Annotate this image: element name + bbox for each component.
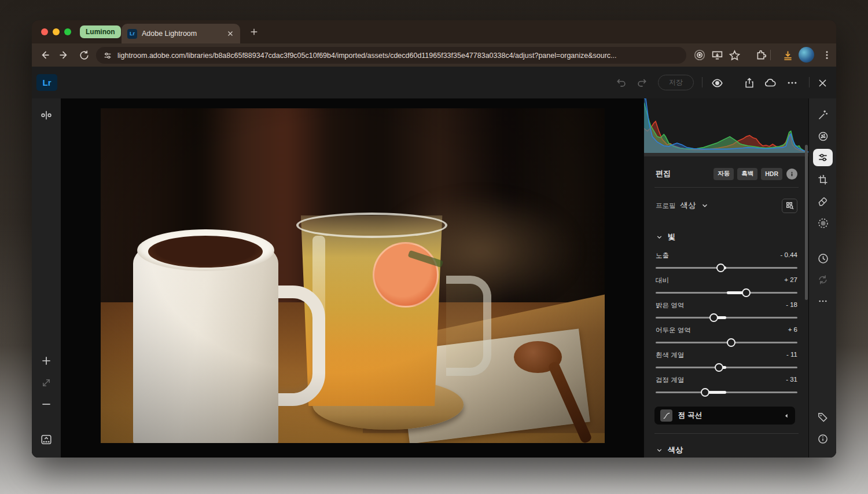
hdr-button[interactable]: HDR <box>761 168 782 180</box>
section-chevron-icon <box>656 447 663 454</box>
close-editor-icon[interactable] <box>814 75 830 91</box>
bookmark-star-icon[interactable] <box>725 46 744 64</box>
slider-track[interactable] <box>656 391 797 393</box>
slider-thumb[interactable] <box>716 264 725 272</box>
slider-thumb[interactable] <box>701 388 709 397</box>
slider-thumb[interactable] <box>709 313 718 322</box>
app-topbar: Lr 저장 <box>32 67 836 98</box>
share-icon[interactable] <box>741 75 757 91</box>
slider-track[interactable] <box>656 342 797 343</box>
slider-track[interactable] <box>656 267 797 269</box>
browser-menu-icon[interactable] <box>819 46 835 64</box>
curve-icon <box>660 409 672 422</box>
auto-enhance-wand-icon[interactable] <box>816 108 830 122</box>
version-history-icon[interactable] <box>816 251 830 265</box>
slider-value: + 27 <box>784 276 797 285</box>
back-icon[interactable] <box>36 47 53 63</box>
light-section-header[interactable]: 빛 <box>656 232 675 242</box>
slider-label: 흰색 계열 <box>656 351 684 360</box>
lightroom-favicon: Lr <box>127 29 137 39</box>
masking-icon[interactable] <box>816 216 830 230</box>
zoom-in-icon[interactable] <box>39 353 54 368</box>
traffic-minimize-button[interactable] <box>53 28 60 35</box>
panel-divider-2 <box>654 433 799 434</box>
slider-exposure: 노출- 0.44 <box>656 251 797 275</box>
zoom-out-icon[interactable] <box>39 397 54 412</box>
slider-value: - 18 <box>786 301 797 310</box>
profile-value: 색상 <box>681 200 696 211</box>
slider-shadows: 어두운 영역+ 6 <box>656 326 797 349</box>
edit-sliders-icon[interactable] <box>816 151 830 164</box>
lens-search-icon[interactable] <box>690 46 709 64</box>
slider-track[interactable] <box>656 367 797 368</box>
redo-icon[interactable] <box>634 75 650 91</box>
histogram <box>644 98 809 156</box>
remix-sync-icon[interactable] <box>816 273 830 287</box>
before-after-compare-icon[interactable] <box>39 108 54 123</box>
reload-icon[interactable] <box>76 47 92 63</box>
color-section-header[interactable]: 색상 <box>656 445 683 455</box>
tab-adobe-lightroom[interactable]: Lr Adobe Lightroom <box>122 24 240 43</box>
slider-value: - 31 <box>786 376 797 385</box>
photo <box>101 108 605 443</box>
healing-eraser-icon[interactable] <box>816 195 830 208</box>
url-bar[interactable]: lightroom.adobe.com/libraries/b8a8c65f88… <box>96 47 686 64</box>
new-tab-button[interactable] <box>247 25 261 39</box>
traffic-zoom-button[interactable] <box>64 28 71 35</box>
rail-more-icon[interactable] <box>816 294 830 308</box>
browse-profiles-icon[interactable] <box>782 199 797 213</box>
tab-close-icon[interactable] <box>226 30 234 38</box>
extensions-icon[interactable] <box>752 46 770 64</box>
profile-label: 프로필 <box>656 202 676 210</box>
slider-thumb[interactable] <box>742 288 751 297</box>
undo-icon[interactable] <box>613 75 630 91</box>
profile-row[interactable]: 프로필 색상 <box>656 197 797 214</box>
keywords-tag-icon[interactable] <box>816 410 830 424</box>
profile-avatar[interactable] <box>799 47 814 63</box>
light-section-title: 빛 <box>668 232 675 242</box>
info-badge-icon[interactable] <box>786 169 797 180</box>
edit-header-row: 편집 자동 흑백 HDR <box>656 167 797 181</box>
auto-button[interactable]: 자동 <box>713 168 734 180</box>
presets-icon[interactable] <box>816 129 830 143</box>
point-curve-button[interactable]: 점 곡선 <box>654 407 795 425</box>
crop-rotate-icon[interactable] <box>816 173 830 187</box>
slider-track[interactable] <box>656 292 797 294</box>
cloud-sync-icon[interactable] <box>762 75 778 91</box>
panel-scrollbar[interactable] <box>805 145 808 300</box>
fit-fill-toggle-icon[interactable] <box>39 375 54 390</box>
preview-eye-icon[interactable] <box>709 75 725 91</box>
bw-button[interactable]: 흑백 <box>737 168 757 180</box>
browser-window: Luminon Lr Adobe Lightroom <box>32 20 836 458</box>
info-icon[interactable] <box>816 432 830 446</box>
toolbar-separator <box>770 50 771 60</box>
chevron-down-icon[interactable] <box>701 202 709 210</box>
lightroom-logo[interactable]: Lr <box>36 74 57 91</box>
topbar-separator-2 <box>809 77 810 87</box>
more-options-icon[interactable] <box>784 75 800 91</box>
tab-strip: Luminon Lr Adobe Lightroom <box>32 20 836 43</box>
filmstrip-toggle-icon[interactable] <box>38 431 54 448</box>
traffic-close-button[interactable] <box>41 28 48 35</box>
slider-label: 대비 <box>656 276 669 285</box>
install-app-icon[interactable] <box>708 46 726 64</box>
slider-blacks: 검정 계열- 31 <box>656 376 797 399</box>
downloads-icon[interactable] <box>778 46 797 64</box>
site-settings-icon[interactable] <box>103 51 112 60</box>
photo-vignette <box>101 108 605 443</box>
slider-track[interactable] <box>656 317 797 319</box>
tab-group-luminon[interactable]: Luminon <box>80 25 121 38</box>
slider-whites: 흰색 계열- 11 <box>656 351 797 374</box>
slider-value: - 0.44 <box>781 251 797 260</box>
panel-divider-1 <box>654 187 799 188</box>
forward-icon[interactable] <box>56 47 72 63</box>
right-tool-rail <box>808 98 836 458</box>
section-chevron-icon <box>656 233 663 241</box>
url-text: lightroom.adobe.com/libraries/b8a8c65f88… <box>117 52 617 60</box>
desktop: Luminon Lr Adobe Lightroom <box>0 0 868 494</box>
slider-thumb[interactable] <box>727 338 735 347</box>
slider-thumb[interactable] <box>715 363 723 372</box>
topbar-separator <box>702 77 703 87</box>
slider-label: 노출 <box>656 251 669 260</box>
save-button[interactable]: 저장 <box>658 75 694 90</box>
